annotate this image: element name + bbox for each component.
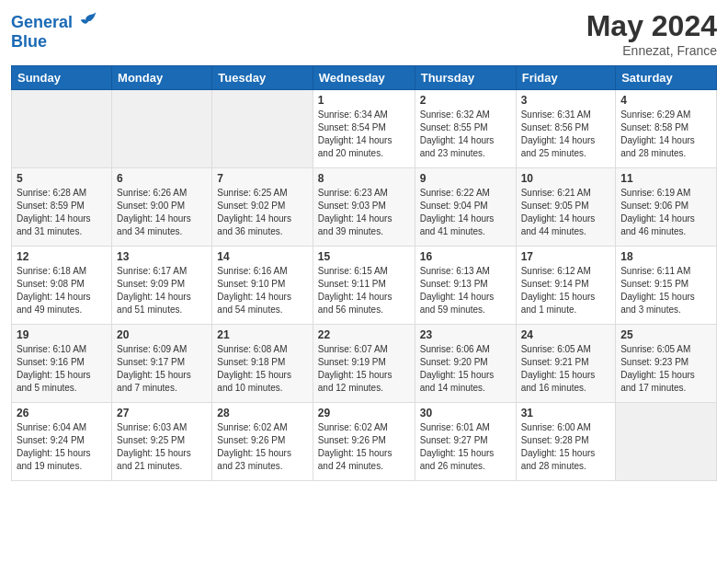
- day-number: 18: [620, 250, 711, 263]
- calendar-week-row: 1Sunrise: 6:34 AM Sunset: 8:54 PM Daylig…: [12, 90, 717, 168]
- calendar-table: Sunday Monday Tuesday Wednesday Thursday…: [11, 65, 717, 481]
- day-info: Sunrise: 6:29 AM Sunset: 8:58 PM Dayligh…: [620, 109, 711, 160]
- day-info: Sunrise: 6:31 AM Sunset: 8:56 PM Dayligh…: [521, 109, 611, 160]
- calendar-day-cell: 15Sunrise: 6:15 AM Sunset: 9:11 PM Dayli…: [313, 247, 415, 325]
- day-number: 1: [318, 94, 410, 107]
- day-number: 22: [318, 328, 410, 341]
- calendar-day-cell: 29Sunrise: 6:02 AM Sunset: 9:26 PM Dayli…: [313, 403, 415, 481]
- calendar-day-cell: 4Sunrise: 6:29 AM Sunset: 8:58 PM Daylig…: [616, 90, 717, 168]
- calendar-day-cell: 23Sunrise: 6:06 AM Sunset: 9:20 PM Dayli…: [415, 325, 516, 403]
- day-number: 5: [17, 172, 107, 185]
- calendar-week-row: 26Sunrise: 6:04 AM Sunset: 9:24 PM Dayli…: [12, 403, 717, 481]
- day-number: 9: [420, 172, 511, 185]
- calendar-day-cell: 27Sunrise: 6:03 AM Sunset: 9:25 PM Dayli…: [112, 403, 212, 481]
- day-number: 7: [217, 172, 307, 185]
- day-info: Sunrise: 6:12 AM Sunset: 9:14 PM Dayligh…: [521, 265, 611, 316]
- calendar-day-cell: 2Sunrise: 6:32 AM Sunset: 8:55 PM Daylig…: [415, 90, 516, 168]
- day-info: Sunrise: 6:00 AM Sunset: 9:28 PM Dayligh…: [521, 421, 611, 473]
- day-number: 27: [117, 407, 207, 419]
- calendar-week-row: 19Sunrise: 6:10 AM Sunset: 9:16 PM Dayli…: [12, 325, 717, 403]
- header-wednesday: Wednesday: [313, 66, 415, 90]
- calendar-day-cell: 20Sunrise: 6:09 AM Sunset: 9:17 PM Dayli…: [112, 325, 212, 403]
- day-info: Sunrise: 6:18 AM Sunset: 9:08 PM Dayligh…: [17, 265, 107, 316]
- calendar-day-cell: 5Sunrise: 6:28 AM Sunset: 8:59 PM Daylig…: [12, 168, 112, 247]
- day-info: Sunrise: 6:15 AM Sunset: 9:11 PM Dayligh…: [318, 265, 410, 316]
- month-title: May 2024: [586, 9, 717, 43]
- day-info: Sunrise: 6:06 AM Sunset: 9:20 PM Dayligh…: [420, 343, 511, 395]
- calendar-day-cell: 3Sunrise: 6:31 AM Sunset: 8:56 PM Daylig…: [516, 90, 616, 168]
- logo: General Blue: [11, 9, 97, 52]
- day-info: Sunrise: 6:08 AM Sunset: 9:18 PM Dayligh…: [217, 343, 307, 395]
- day-info: Sunrise: 6:05 AM Sunset: 9:23 PM Dayligh…: [620, 343, 711, 395]
- header-thursday: Thursday: [415, 66, 516, 90]
- day-number: 20: [117, 328, 207, 341]
- day-number: 16: [420, 250, 511, 263]
- header-friday: Friday: [516, 66, 616, 90]
- calendar-day-cell: 21Sunrise: 6:08 AM Sunset: 9:18 PM Dayli…: [212, 325, 313, 403]
- calendar-day-cell: 14Sunrise: 6:16 AM Sunset: 9:10 PM Dayli…: [212, 247, 313, 325]
- day-number: 30: [420, 407, 511, 419]
- day-info: Sunrise: 6:04 AM Sunset: 9:24 PM Dayligh…: [17, 421, 107, 473]
- calendar-day-cell: 13Sunrise: 6:17 AM Sunset: 9:09 PM Dayli…: [112, 247, 212, 325]
- calendar-day-cell: 31Sunrise: 6:00 AM Sunset: 9:28 PM Dayli…: [516, 403, 616, 481]
- calendar-day-cell: 12Sunrise: 6:18 AM Sunset: 9:08 PM Dayli…: [12, 247, 112, 325]
- day-info: Sunrise: 6:13 AM Sunset: 9:13 PM Dayligh…: [420, 265, 511, 316]
- calendar-day-cell: 24Sunrise: 6:05 AM Sunset: 9:21 PM Dayli…: [516, 325, 616, 403]
- calendar-day-cell: 18Sunrise: 6:11 AM Sunset: 9:15 PM Dayli…: [616, 247, 717, 325]
- calendar-day-cell: 17Sunrise: 6:12 AM Sunset: 9:14 PM Dayli…: [516, 247, 616, 325]
- calendar-day-cell: 6Sunrise: 6:26 AM Sunset: 9:00 PM Daylig…: [112, 168, 212, 247]
- header-tuesday: Tuesday: [212, 66, 313, 90]
- calendar-week-row: 12Sunrise: 6:18 AM Sunset: 9:08 PM Dayli…: [12, 247, 717, 325]
- day-number: 21: [217, 328, 307, 341]
- day-number: 2: [420, 94, 511, 107]
- day-number: 28: [217, 407, 307, 419]
- day-number: 12: [17, 250, 107, 263]
- day-info: Sunrise: 6:02 AM Sunset: 9:26 PM Dayligh…: [217, 421, 307, 473]
- header-monday: Monday: [112, 66, 212, 90]
- day-info: Sunrise: 6:22 AM Sunset: 9:04 PM Dayligh…: [420, 187, 511, 238]
- day-number: 29: [318, 407, 410, 419]
- logo-general: General: [11, 13, 73, 31]
- calendar-day-cell: 10Sunrise: 6:21 AM Sunset: 9:05 PM Dayli…: [516, 168, 616, 247]
- logo-bird-icon: [79, 9, 97, 28]
- day-number: 4: [620, 94, 711, 107]
- day-info: Sunrise: 6:03 AM Sunset: 9:25 PM Dayligh…: [117, 421, 207, 473]
- calendar-day-cell: 1Sunrise: 6:34 AM Sunset: 8:54 PM Daylig…: [313, 90, 415, 168]
- calendar-day-cell: 25Sunrise: 6:05 AM Sunset: 9:23 PM Dayli…: [616, 325, 717, 403]
- day-number: 19: [17, 328, 107, 341]
- day-info: Sunrise: 6:09 AM Sunset: 9:17 PM Dayligh…: [117, 343, 207, 395]
- day-info: Sunrise: 6:11 AM Sunset: 9:15 PM Dayligh…: [620, 265, 711, 316]
- calendar-header-row: Sunday Monday Tuesday Wednesday Thursday…: [12, 66, 717, 90]
- day-number: 13: [117, 250, 207, 263]
- day-number: 10: [521, 172, 611, 185]
- day-number: 24: [521, 328, 611, 341]
- day-number: 26: [17, 407, 107, 419]
- day-number: 8: [318, 172, 410, 185]
- day-info: Sunrise: 6:21 AM Sunset: 9:05 PM Dayligh…: [521, 187, 611, 238]
- day-number: 3: [521, 94, 611, 107]
- day-info: Sunrise: 6:17 AM Sunset: 9:09 PM Dayligh…: [117, 265, 207, 316]
- day-info: Sunrise: 6:19 AM Sunset: 9:06 PM Dayligh…: [620, 187, 711, 238]
- day-info: Sunrise: 6:10 AM Sunset: 9:16 PM Dayligh…: [17, 343, 107, 395]
- day-info: Sunrise: 6:07 AM Sunset: 9:19 PM Dayligh…: [318, 343, 410, 395]
- day-number: 11: [620, 172, 711, 185]
- day-info: Sunrise: 6:32 AM Sunset: 8:55 PM Dayligh…: [420, 109, 511, 160]
- day-number: 25: [620, 328, 711, 341]
- day-info: Sunrise: 6:02 AM Sunset: 9:26 PM Dayligh…: [318, 421, 410, 473]
- calendar-day-cell: 7Sunrise: 6:25 AM Sunset: 9:02 PM Daylig…: [212, 168, 313, 247]
- day-number: 6: [117, 172, 207, 185]
- calendar-day-cell: [112, 90, 212, 168]
- day-info: Sunrise: 6:05 AM Sunset: 9:21 PM Dayligh…: [521, 343, 611, 395]
- calendar-day-cell: 26Sunrise: 6:04 AM Sunset: 9:24 PM Dayli…: [12, 403, 112, 481]
- header: General Blue May 2024 Ennezat, France: [11, 9, 717, 58]
- calendar-day-cell: [616, 403, 717, 481]
- calendar-day-cell: 8Sunrise: 6:23 AM Sunset: 9:03 PM Daylig…: [313, 168, 415, 247]
- location: Ennezat, France: [586, 43, 717, 58]
- calendar-day-cell: 28Sunrise: 6:02 AM Sunset: 9:26 PM Dayli…: [212, 403, 313, 481]
- day-number: 31: [521, 407, 611, 419]
- calendar-day-cell: 16Sunrise: 6:13 AM Sunset: 9:13 PM Dayli…: [415, 247, 516, 325]
- calendar-day-cell: 19Sunrise: 6:10 AM Sunset: 9:16 PM Dayli…: [12, 325, 112, 403]
- day-info: Sunrise: 6:16 AM Sunset: 9:10 PM Dayligh…: [217, 265, 307, 316]
- day-info: Sunrise: 6:26 AM Sunset: 9:00 PM Dayligh…: [117, 187, 207, 238]
- day-number: 17: [521, 250, 611, 263]
